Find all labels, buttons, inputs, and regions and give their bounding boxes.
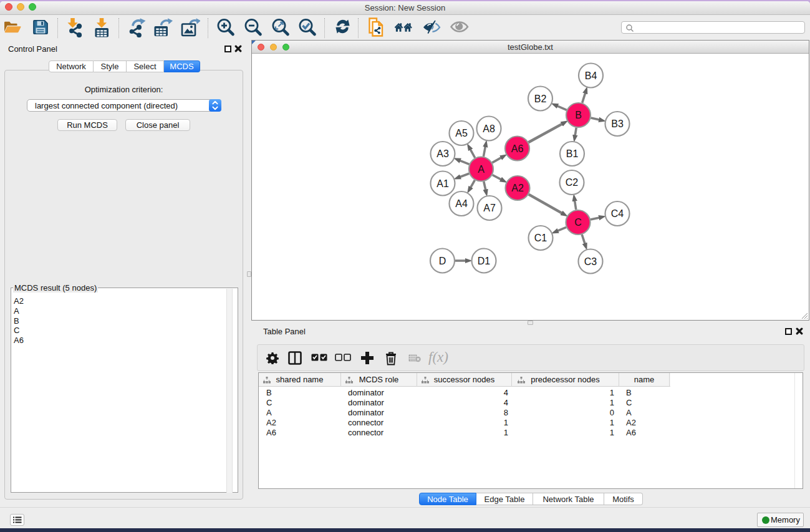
svg-text:B3: B3	[611, 118, 624, 129]
svg-text:C3: C3	[584, 256, 597, 267]
svg-text:B4: B4	[585, 70, 597, 81]
svg-text:D1: D1	[478, 256, 491, 266]
svg-text:B2: B2	[534, 94, 547, 104]
svg-text:A3: A3	[436, 148, 449, 159]
svg-text:C4: C4	[611, 208, 624, 219]
svg-text:A8: A8	[483, 123, 495, 134]
svg-text:A5: A5	[455, 128, 468, 138]
svg-text:B: B	[575, 110, 582, 120]
svg-text:A1: A1	[436, 178, 449, 189]
svg-text:A7: A7	[483, 203, 496, 213]
svg-text:C2: C2	[566, 177, 579, 188]
svg-text:C1: C1	[534, 233, 547, 243]
svg-text:A: A	[478, 164, 485, 175]
svg-text:A6: A6	[511, 143, 524, 154]
svg-text:A4: A4	[455, 198, 468, 209]
svg-text:A2: A2	[511, 183, 524, 193]
svg-text:D: D	[439, 256, 446, 266]
svg-text:C: C	[574, 217, 582, 228]
svg-text:B1: B1	[566, 148, 579, 159]
